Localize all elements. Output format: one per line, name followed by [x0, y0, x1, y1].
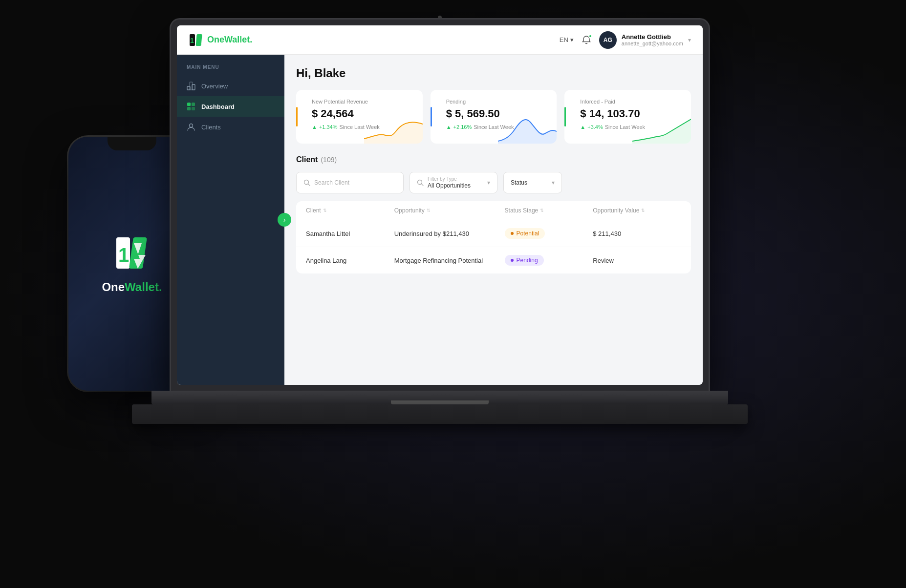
filters-row: Search Client Filter by Type	[296, 172, 691, 193]
search-box[interactable]: Search Client	[296, 172, 404, 193]
phone-logo-icon: 1	[112, 233, 151, 273]
card-border-left-3	[564, 107, 566, 126]
logo: 1 OneWallet.	[189, 32, 252, 48]
td-client-2: Angelina Lang	[306, 257, 394, 264]
phone-logo-text: OneWallet.	[102, 280, 162, 294]
user-email: annette_gott@yahoo.com	[622, 41, 683, 46]
table-row[interactable]: Samantha Littel Underinsured by $211,430…	[296, 220, 691, 247]
user-info[interactable]: AG Annette Gottlieb annette_gott@yahoo.c…	[599, 31, 691, 49]
filter-type-dropdown[interactable]: Filter by Type All Opportunities ▾	[410, 172, 497, 193]
svg-rect-11	[187, 107, 191, 110]
laptop-screen: 1 OneWallet. EN ▾	[177, 25, 703, 385]
main-content: Hi, Blake New Potential Revenue $ 24,564	[284, 55, 703, 385]
svg-line-17	[422, 184, 424, 186]
svg-line-15	[308, 184, 310, 186]
page-greeting: Hi, Blake	[296, 66, 691, 80]
user-name-block: Annette Gottlieb annette_gott@yahoo.com	[622, 33, 683, 46]
status-dropdown-label: Status	[511, 179, 527, 186]
user-avatar: AG	[599, 31, 617, 49]
notification-dot	[588, 34, 592, 38]
th-opportunity-value: Opportunity Value ⇅	[593, 207, 681, 214]
svg-point-13	[190, 124, 193, 127]
section-title: Client	[296, 155, 318, 164]
table-row[interactable]: Angelina Lang Mortgage Refinancing Poten…	[296, 247, 691, 273]
svg-rect-9	[187, 103, 191, 106]
topbar-right: EN ▾	[560, 31, 691, 49]
td-value-1: $ 211,430	[593, 230, 681, 237]
th-status-stage: Status Stage ⇅	[505, 207, 593, 214]
menu-label: MAIN MENU	[177, 64, 284, 76]
sort-icon-status: ⇅	[540, 208, 544, 213]
filter-search-icon	[417, 179, 424, 186]
stat-label-1: New Potential Revenue	[312, 99, 413, 105]
td-opportunity-2: Mortgage Refinancing Potential	[394, 257, 505, 264]
sidebar: MAIN MENU Overview	[177, 55, 284, 385]
chevron-down-icon: ▾	[570, 36, 574, 43]
filter-type-label: Filter by Type	[428, 176, 471, 182]
search-icon	[303, 179, 310, 186]
topbar: 1 OneWallet. EN ▾	[177, 25, 703, 55]
sidebar-toggle-icon: ›	[283, 216, 286, 224]
sidebar-item-dashboard[interactable]: Dashboard	[177, 96, 284, 117]
sort-icon-client: ⇅	[323, 208, 327, 213]
badge-dot-potential	[511, 232, 514, 235]
card-border-left	[296, 107, 298, 126]
stat-card-inforced-paid: Inforced - Paid $ 14, 103.70 ▲ +3.4% Sin…	[564, 90, 691, 144]
stat-chart-3	[632, 109, 691, 144]
sidebar-label-clients: Clients	[201, 124, 221, 131]
dashboard-icon	[187, 102, 195, 111]
scene: 1 OneWallet.	[0, 0, 906, 588]
stat-card-pending: Pending $ 5, 569.50 ▲ +2.16% Since Last …	[431, 90, 557, 144]
td-status-1: Potential	[505, 228, 593, 239]
th-client: Client ⇅	[306, 207, 394, 214]
sort-icon-value: ⇅	[641, 208, 645, 213]
svg-text:1: 1	[190, 37, 194, 44]
svg-rect-4	[196, 34, 202, 46]
sidebar-item-clients[interactable]: Clients	[177, 117, 284, 137]
sidebar-label-dashboard: Dashboard	[201, 103, 235, 110]
svg-rect-12	[192, 107, 195, 110]
logo-icon: 1	[189, 32, 204, 48]
stat-label-2: Pending	[446, 99, 547, 105]
card-border-left-2	[431, 107, 432, 126]
laptop-device: 1 OneWallet. EN ▾	[171, 20, 709, 557]
bell-icon-container[interactable]	[582, 35, 591, 45]
stat-chart-2	[498, 109, 557, 144]
laptop-bottom	[132, 404, 748, 424]
stat-chart-1	[364, 109, 423, 144]
sort-icon-opportunity: ⇅	[427, 208, 431, 213]
td-value-2: Review	[593, 257, 681, 264]
laptop-camera	[438, 16, 442, 20]
logo-text: OneWallet.	[207, 35, 252, 45]
stat-cards: New Potential Revenue $ 24,564 ▲ +1.34% …	[296, 90, 691, 144]
filter-dropdown-chevron: ▾	[487, 179, 490, 186]
badge-dot-pending	[511, 259, 514, 262]
client-table: Client ⇅ Opportunity ⇅ Status Stage	[296, 201, 691, 273]
lang-button[interactable]: EN ▾	[560, 36, 574, 43]
user-dropdown-icon: ▾	[688, 37, 691, 43]
th-opportunity: Opportunity ⇅	[394, 207, 505, 214]
main-layout: MAIN MENU Overview	[177, 55, 703, 385]
stat-label-3: Inforced - Paid	[580, 99, 681, 105]
sidebar-item-overview[interactable]: Overview	[177, 76, 284, 96]
status-dropdown[interactable]: Status ▾	[503, 172, 562, 193]
status-dropdown-chevron: ▾	[552, 179, 555, 186]
search-placeholder: Search Client	[314, 179, 349, 186]
laptop-body: 1 OneWallet. EN ▾	[171, 20, 709, 391]
clients-icon	[187, 123, 195, 131]
section-count: (109)	[321, 156, 337, 164]
td-status-2: Pending	[505, 255, 593, 266]
client-section-header: Client (109)	[296, 155, 691, 164]
status-badge-pending: Pending	[505, 255, 544, 266]
filter-type-value: All Opportunities	[428, 182, 471, 189]
svg-rect-10	[192, 103, 195, 106]
table-header: Client ⇅ Opportunity ⇅ Status Stage	[296, 201, 691, 220]
laptop-base	[151, 391, 728, 404]
app-container: 1 OneWallet. EN ▾	[177, 25, 703, 385]
sidebar-label-overview: Overview	[201, 83, 228, 90]
status-badge-potential: Potential	[505, 228, 545, 239]
td-opportunity-1: Underinsured by $211,430	[394, 230, 505, 237]
overview-icon	[187, 82, 195, 90]
sidebar-toggle-button[interactable]: ›	[278, 213, 291, 227]
td-client-1: Samantha Littel	[306, 230, 394, 237]
